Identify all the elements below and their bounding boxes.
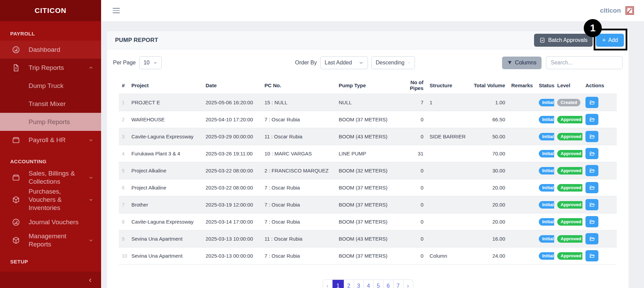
view-record-button[interactable]: [585, 233, 598, 244]
folder-open-icon: [589, 219, 595, 225]
sidebar-item-dashboard[interactable]: Dashboard: [0, 41, 101, 59]
cell-level: Approved: [554, 230, 582, 247]
cell-status: Initial: [536, 247, 554, 264]
sidebar-item-label: Payroll & HR: [29, 136, 85, 144]
add-button[interactable]: + Add: [596, 34, 624, 47]
cell-no-of-pipes: 31: [394, 145, 426, 162]
sidebar-section-setup: SETUP: [0, 249, 101, 269]
sidebar-subitem-transit-mixer[interactable]: Transit Mixer: [0, 95, 101, 113]
status-badge: Initial: [539, 133, 554, 140]
cell-pc-no: 11 : Oscar Rubia: [261, 128, 336, 145]
cell-status: Initial: [536, 162, 554, 179]
hamburger-menu-icon[interactable]: [113, 8, 120, 13]
cell-pc-no: 2 : FRANCISCO MARQUEZ: [261, 162, 336, 179]
search-input[interactable]: [546, 56, 623, 69]
batch-approvals-button[interactable]: Batch Approvals: [534, 34, 593, 47]
cell-project: WAREHOUSE: [128, 111, 203, 128]
sidebar-item-trip-reports[interactable]: Trip Reports: [0, 59, 101, 77]
pagination-page-2[interactable]: 2: [344, 279, 354, 288]
order-by-select[interactable]: Last Added: [320, 56, 368, 69]
column-header-level: Level: [554, 77, 582, 94]
table-row: 6Project Alkaline2025-03-22 08:00:007 : …: [119, 179, 617, 196]
sidebar-item-purchases-vouchers-inventories[interactable]: Purchases, Vouchers & Inventories: [0, 186, 101, 213]
pagination-page-7[interactable]: 7: [393, 279, 403, 288]
sidebar-item-label: Purchases, Vouchers & Inventories: [29, 187, 85, 212]
sidebar-item-sales-billings-collections[interactable]: Sales, Billings & Collections: [0, 168, 101, 186]
cell-project: Brother: [128, 196, 203, 213]
cell-level: Approved: [554, 196, 582, 213]
page-title: PUMP REPORT: [115, 37, 158, 44]
sidebar-item-management-reports[interactable]: Management Reports: [0, 231, 101, 249]
cell-level: Approved: [554, 162, 582, 179]
cell-pump-type: BOOM (32 METERS): [336, 162, 394, 179]
cell-pump-type: BOOM (43 METERS): [336, 128, 394, 145]
cell-date: 2025-05-06 16:20:00: [203, 94, 261, 111]
cell-remarks: [508, 247, 536, 264]
clipboard-check-icon: [539, 37, 545, 43]
speedometer-icon: [12, 218, 20, 227]
sidebar-collapse-icon[interactable]: ‹: [89, 276, 92, 284]
pagination-page-1[interactable]: 1: [333, 279, 344, 288]
topbar-brand-area: citicon: [600, 5, 635, 16]
topbar-brand-text: citicon: [600, 7, 621, 14]
cell-total-volume: 1.00: [469, 94, 508, 111]
direction-select[interactable]: Descending: [371, 56, 415, 69]
table-row: 1PROJECT E2025-05-06 16:20:0015 : NULLNU…: [119, 94, 617, 111]
cell-pc-no: 7 : Oscar Rubia: [261, 247, 336, 264]
view-record-button[interactable]: [585, 199, 598, 210]
cell-project: Cavite-Laguna Expressway: [128, 128, 203, 145]
pagination-page-4[interactable]: 4: [364, 279, 374, 288]
chevron-up-icon: [88, 65, 94, 71]
cell-project: Cavite-Laguna Expressway: [128, 213, 203, 230]
sidebar-nav: PAYROLLDashboardTrip ReportsDump TruckTr…: [0, 21, 101, 288]
cell-no-of-pipes: 7: [394, 94, 426, 111]
cell-project: Project Alkaline: [128, 162, 203, 179]
view-record-button[interactable]: [585, 216, 598, 227]
view-record-button[interactable]: [585, 250, 598, 261]
columns-button[interactable]: Columns: [502, 57, 542, 69]
pagination-page-5[interactable]: 5: [374, 279, 384, 288]
per-page-select[interactable]: 10: [139, 56, 162, 69]
cell-no-of-pipes: 0: [394, 213, 426, 230]
cell-actions: [582, 128, 617, 145]
pagination-next-button[interactable]: ›: [403, 279, 413, 288]
cell-level: Approved: [554, 179, 582, 196]
chevron-down-icon: [88, 238, 94, 243]
cell-actions: [582, 179, 617, 196]
pagination-page-6[interactable]: 6: [384, 279, 393, 288]
sidebar-item-payroll-hr[interactable]: Payroll & HR: [0, 131, 101, 149]
column-header-pump-type: Pump Type: [336, 77, 394, 94]
pump-report-table-wrap: #ProjectDatePC No.Pump TypeNo of PipesSt…: [119, 77, 617, 264]
cell-pc-no: 10 : MARC VARGAS: [261, 145, 336, 162]
view-record-button[interactable]: [585, 148, 598, 159]
cell-remarks: [508, 111, 536, 128]
order-by-label: Order By: [295, 60, 317, 66]
cell-level: Created: [554, 94, 582, 111]
view-record-button[interactable]: [585, 182, 598, 193]
view-record-button[interactable]: [585, 165, 598, 176]
view-record-button[interactable]: [585, 114, 598, 125]
view-record-button[interactable]: [585, 97, 598, 108]
sidebar-expanded-group: Trip ReportsDump TruckTransit MixerPump …: [0, 59, 101, 131]
cell-row-number: 4: [119, 145, 128, 162]
pagination-prev-button[interactable]: ‹: [323, 279, 333, 288]
status-badge: Initial: [539, 184, 554, 192]
view-record-button[interactable]: [585, 131, 598, 142]
sidebar-subitem-dump-truck[interactable]: Dump Truck: [0, 77, 101, 95]
level-badge: Approved: [557, 116, 582, 123]
folder-open-icon: [589, 100, 595, 105]
sidebar-subitem-pump-reports[interactable]: Pump Reports: [0, 113, 101, 131]
cell-row-number: 1: [119, 94, 128, 111]
add-button-label: Add: [608, 37, 618, 43]
chevron-down-icon: [88, 197, 94, 202]
speedometer-icon: [12, 45, 20, 54]
cell-structure: [426, 230, 469, 247]
batch-approvals-label: Batch Approvals: [548, 37, 587, 43]
pagination-page-3[interactable]: 3: [354, 279, 364, 288]
order-by-group: Order By Last Added Descending: [295, 56, 415, 69]
cell-pump-type: BOOM (37 METERS): [336, 179, 394, 196]
sidebar-item-journal-vouchers[interactable]: Journal Vouchers: [0, 213, 101, 231]
cell-no-of-pipes: 0: [394, 247, 426, 264]
cell-remarks: [508, 162, 536, 179]
cell-total-volume: 70.00: [469, 145, 508, 162]
